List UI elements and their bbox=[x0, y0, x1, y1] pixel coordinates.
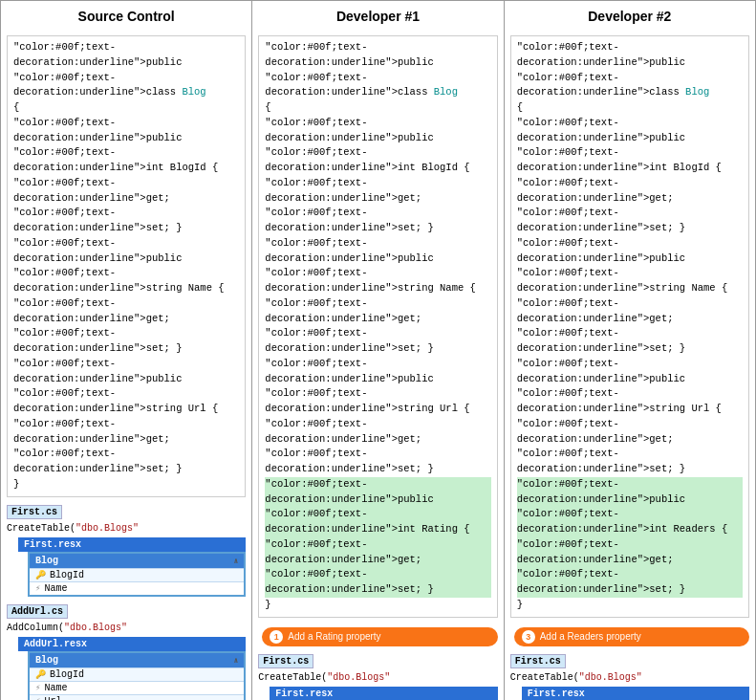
file-label-First.cs: First.cs bbox=[7, 505, 62, 519]
db-header-source-control-0: Blog∧ bbox=[30, 554, 244, 568]
resx-label-AddUrl.resx: AddUrl.resx bbox=[18, 637, 246, 651]
db-field-Url: ⚡Url bbox=[30, 694, 244, 701]
resx-wrap-source-control-1: AddUrl.resxBlog∧🔑BlogId⚡Name⚡Url bbox=[18, 637, 246, 701]
addcol-text-developer-2-0: CreateTable("dbo.Blogs" bbox=[510, 672, 749, 683]
db-header-source-control-1: Blog∧ bbox=[30, 653, 244, 667]
column-header-source-control: Source Control bbox=[7, 9, 246, 24]
migration-source-control-0: First.csCreateTable("dbo.Blogs"First.res… bbox=[7, 505, 246, 597]
main-container: Source Control"color:#00f;text-decoratio… bbox=[0, 0, 756, 700]
callout-3: 3Add a Readers property bbox=[514, 627, 749, 646]
addcol-text-source-control-0: CreateTable("dbo.Blogs" bbox=[7, 523, 246, 534]
db-field-Name: ⚡Name bbox=[30, 681, 244, 694]
db-table-source-control-0: Blog∧🔑BlogId⚡Name bbox=[28, 552, 246, 597]
column-header-developer-2: Developer #2 bbox=[510, 9, 749, 24]
column-developer-2: Developer #2"color:#00f;text-decoration:… bbox=[505, 1, 755, 700]
db-field-BlogId: 🔑BlogId bbox=[30, 667, 244, 681]
file-label-First.cs: First.cs bbox=[510, 654, 566, 668]
column-source-control: Source Control"color:#00f;text-decoratio… bbox=[1, 1, 252, 700]
db-table-source-control-1: Blog∧🔑BlogId⚡Name⚡Url bbox=[28, 651, 246, 701]
resx-label-First.resx: First.resx bbox=[522, 687, 749, 701]
db-field-Name: ⚡Name bbox=[30, 581, 244, 595]
resx-wrap-developer-1-0: First.resxBlog∧🔑BlogId⚡Name bbox=[270, 687, 497, 701]
code-block-developer-1: "color:#00f;text-decoration:underline">p… bbox=[258, 35, 497, 618]
file-label-First.cs: First.cs bbox=[258, 654, 313, 668]
column-developer-1: Developer #1"color:#00f;text-decoration:… bbox=[252, 1, 504, 700]
addcol-text-source-control-1: AddColumn("dbo.Blogs" bbox=[7, 623, 246, 633]
resx-wrap-developer-2-0: First.resxBlog∧🔑BlogId⚡Name bbox=[522, 687, 749, 701]
column-header-developer-1: Developer #1 bbox=[258, 9, 497, 24]
callout-1: 1Add a Rating property bbox=[262, 627, 497, 646]
resx-label-First.resx: First.resx bbox=[270, 687, 497, 701]
db-field-BlogId: 🔑BlogId bbox=[30, 568, 244, 581]
code-block-source-control: "color:#00f;text-decoration:underline">p… bbox=[7, 35, 246, 497]
file-label-AddUrl.cs: AddUrl.cs bbox=[7, 604, 68, 619]
resx-label-First.resx: First.resx bbox=[18, 537, 246, 552]
migration-developer-2-0: First.csCreateTable("dbo.Blogs"First.res… bbox=[510, 654, 749, 701]
addcol-text-developer-1-0: CreateTable("dbo.Blogs" bbox=[258, 672, 497, 683]
resx-wrap-source-control-0: First.resxBlog∧🔑BlogId⚡Name bbox=[18, 537, 246, 597]
migration-developer-1-0: First.csCreateTable("dbo.Blogs"First.res… bbox=[258, 654, 497, 701]
code-block-developer-2: "color:#00f;text-decoration:underline">p… bbox=[510, 35, 749, 618]
migration-source-control-1: AddUrl.csAddColumn("dbo.Blogs"AddUrl.res… bbox=[7, 604, 246, 701]
